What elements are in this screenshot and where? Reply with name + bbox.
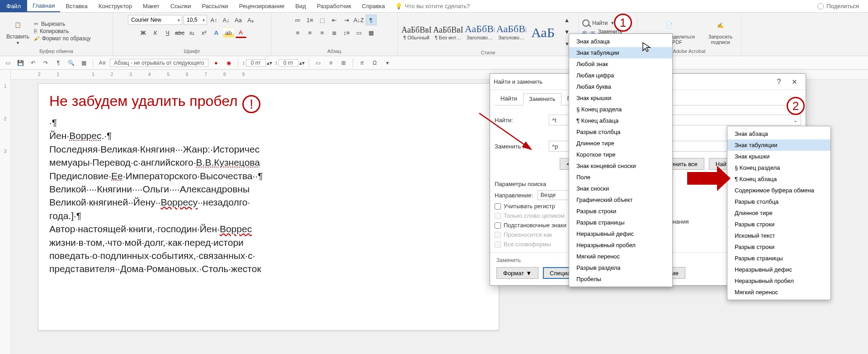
indent-inc-button[interactable]: ⇥ [341,14,352,25]
menu-item[interactable]: Разрыв страницы [569,217,672,228]
format-button[interactable]: Формат ▼ [496,267,538,279]
menu-item[interactable]: Разрыв строки [569,206,672,217]
menu-item[interactable]: Неразрывный пробел [569,239,672,251]
highlight-button[interactable]: ab [223,27,234,38]
justify-button[interactable]: ≣ [329,27,340,38]
align-right-button[interactable]: ≡ [317,27,328,38]
menu-item[interactable]: Знак табуляции [569,47,672,58]
menu-item[interactable]: Пробелы [569,273,672,285]
align-center-button[interactable]: ≡ [305,27,316,38]
menu-item[interactable]: Разрыв столбца [727,196,830,207]
tb-page[interactable]: ▭ [3,58,13,68]
tell-me[interactable]: 💡 Что вы хотите сделать? [395,0,470,12]
request-sign-button[interactable]: ✍ Запросить подписи [706,17,735,46]
chk-wild[interactable]: Подстановочные знаки [495,222,574,229]
font-name-combo[interactable]: Courier New [128,15,182,25]
menu-item[interactable]: Искомый текст [727,230,830,241]
menu-item[interactable]: Любая цифра [569,70,672,81]
menu-item[interactable]: Знак сноски [569,183,672,194]
tb-pi[interactable]: π [357,58,367,68]
menu-item[interactable]: Знак крышки [727,151,830,162]
change-case-button[interactable]: Aa [233,14,244,25]
tab-review[interactable]: Рецензирование [234,0,290,12]
tab-references[interactable]: Ссылки [165,0,197,12]
menu-item[interactable]: § Конец раздела [727,162,830,173]
paste-button[interactable]: 📋 Вставить ▼ [4,16,32,46]
sort-button[interactable]: A↓Z [354,14,364,25]
tb-show[interactable]: ¶ [53,58,63,68]
borders-button[interactable]: ▦ [366,27,377,38]
styles-gallery[interactable]: АаБбВвГг¶ Обычный АаБбВвГг¶ Без инт… АаБ… [401,23,558,40]
dialog-close-button[interactable]: ✕ [787,78,802,86]
menu-item[interactable]: Разрыв строки [727,219,830,230]
menu-item[interactable]: § Конец раздела [569,104,672,115]
menu-item[interactable]: Длинное тире [569,138,672,149]
document-page[interactable]: Не забудем удалить пробел ! ·¶Йен·Воррес… [38,83,499,330]
menu-item[interactable]: Разрыв строки [727,241,830,253]
dlg-tab-replace[interactable]: Заменить [523,93,561,105]
menu-item[interactable]: Знак концевой сноски [569,160,672,172]
shading-button[interactable]: ▭ [354,27,364,38]
dialog-help-button[interactable]: ? [771,78,787,86]
align-left-button[interactable]: ≡ [292,27,303,38]
tb-save[interactable]: 💾 [15,58,25,68]
tb-rec[interactable]: ● [211,58,221,68]
clear-format-button[interactable]: Aᵩ [245,14,256,25]
line-spacing-button[interactable]: ↕≡ [341,27,352,38]
menu-item[interactable]: Знак крышки [569,92,672,104]
shrink-font-button[interactable]: A↓ [221,14,231,25]
menu-item[interactable]: Мягкий перенос [727,287,830,298]
menu-item[interactable]: Разрыв страницы [727,253,830,264]
menu-item[interactable]: Знак табуляции [727,139,830,151]
spacing-before[interactable]: ↕0 пт▴▾ [242,59,272,67]
tb-grid[interactable]: ▦ [79,58,89,68]
menu-item[interactable]: Поле [569,172,672,183]
menu-item[interactable]: Длинное тире [727,207,830,219]
tab-design[interactable]: Конструктор [93,0,137,12]
menu-item[interactable]: Любой знак [569,58,672,70]
strike-button[interactable]: abc [175,27,185,38]
share-button[interactable]: Поделиться [817,0,859,12]
tab-file[interactable]: Файл [0,0,27,12]
superscript-button[interactable]: x² [199,27,210,38]
indent-dec-button[interactable]: ⇤ [329,14,340,25]
cut-button[interactable]: Вырезать [34,21,91,27]
menu-item[interactable]: Разрыв раздела [569,262,672,273]
tb-undo[interactable]: ↶ [28,58,38,68]
direction-combo[interactable]: Везде [538,190,574,200]
underline-button[interactable]: Ч [162,27,173,38]
text-effects-button[interactable]: A [211,27,222,38]
subscript-button[interactable]: x₂ [187,27,198,38]
menu-item[interactable]: Графический объект [569,194,672,206]
copy-button[interactable]: Копировать [34,28,91,34]
font-color-button[interactable]: A [236,27,246,38]
menu-item[interactable]: Разрыв столбца [569,126,672,138]
menu-item[interactable]: Короткое тире [569,149,672,160]
italic-button[interactable]: К [150,27,161,38]
format-painter-button[interactable]: Формат по образцу [34,35,91,42]
tb-rec2[interactable]: ◉ [224,58,234,68]
tb-more[interactable]: ▾ [382,58,392,68]
show-marks-button[interactable]: ¶ [366,14,377,25]
tb-a2[interactable]: ⊞ [339,58,349,68]
numbering-button[interactable]: 1≡ [305,14,316,25]
spacing-after[interactable]: ↕0 пт▴▾ [275,59,305,67]
multilevel-button[interactable]: ⬚ [317,14,328,25]
tab-view[interactable]: Вид [290,0,311,12]
dlg-tab-find[interactable]: Найти [495,93,523,105]
menu-item[interactable]: Неразрывный дефис [569,228,672,239]
tab-home[interactable]: Главная [27,0,60,12]
menu-item[interactable]: ¶ Конец абзаца [727,173,830,185]
menu-item[interactable]: Знак абзаца [727,128,830,139]
tab-mailings[interactable]: Рассылки [196,0,233,12]
bold-button[interactable]: Ж [138,27,149,38]
styles-up[interactable]: ▲ [561,14,572,25]
tb-search[interactable]: 🔍 [66,58,76,68]
menu-item[interactable]: Мягкий перенос [569,251,672,262]
tb-format[interactable]: ▭ [313,58,323,68]
tb-redo[interactable]: ↷ [41,58,51,68]
menu-item[interactable]: Любая буква [569,81,672,92]
tab-help[interactable]: Справка [357,0,391,12]
document-body[interactable]: ·¶Йен·Воррес.·¶Последняя·Великая·Княгиня… [49,116,488,276]
tb-omega[interactable]: Ω [370,58,380,68]
